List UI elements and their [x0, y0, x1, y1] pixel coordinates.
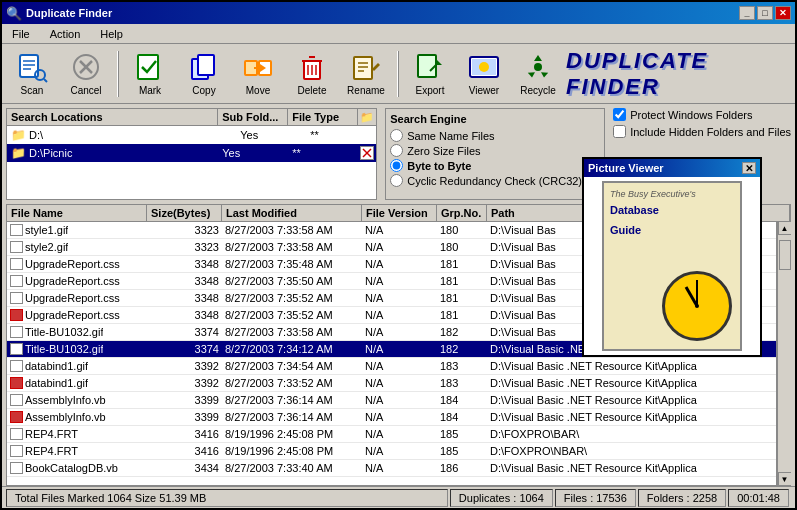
file-row[interactable]: BookCatalogDB.vb 3434 8/27/2003 7:33:40 … — [7, 460, 776, 477]
export-label: Export — [416, 85, 445, 96]
file-row[interactable]: AssemblyInfo.vb 3399 8/27/2003 7:36:14 A… — [7, 392, 776, 409]
radio-same-name[interactable]: Same Name Files — [390, 129, 600, 142]
file-cell-modified: 8/27/2003 7:36:14 AM — [222, 411, 362, 423]
file-cell-grp: 186 — [437, 462, 487, 474]
copy-button[interactable]: Copy — [178, 48, 230, 100]
toolbar-sep-1 — [117, 51, 119, 97]
radio-byte-to-byte[interactable]: Byte to Byte — [390, 159, 600, 172]
file-cell-grp: 184 — [437, 411, 487, 423]
include-hidden-checkbox[interactable] — [613, 125, 626, 138]
locations-list: 📁 D:\ Yes ** 📁 D:\Picnic Yes ** — [6, 126, 377, 200]
file-cell-version: N/A — [362, 258, 437, 270]
export-button[interactable]: Export — [404, 48, 456, 100]
scan-label: Scan — [21, 85, 44, 96]
location-type-0: ** — [306, 128, 376, 142]
file-row[interactable]: REP4.FRT 3416 8/19/1996 2:45:08 PM N/A 1… — [7, 426, 776, 443]
book-eyebrow: The Busy Executive's — [610, 189, 734, 199]
col-header-name[interactable]: File Name — [7, 205, 147, 221]
scroll-track — [778, 235, 792, 472]
scrollbar[interactable]: ▲ ▼ — [777, 221, 791, 486]
file-icon — [10, 309, 23, 321]
svg-rect-9 — [138, 55, 158, 79]
file-cell-size: 3348 — [147, 292, 222, 304]
scroll-up-button[interactable]: ▲ — [778, 221, 792, 235]
file-row[interactable]: AssemblyInfo.vb 3399 8/27/2003 7:36:14 A… — [7, 409, 776, 426]
remove-location-button[interactable] — [360, 146, 374, 160]
viewer-label: Viewer — [469, 85, 499, 96]
cancel-button[interactable]: Cancel — [60, 48, 112, 100]
move-button[interactable]: Move — [232, 48, 284, 100]
svg-point-33 — [479, 62, 489, 72]
picture-viewer-popup: Picture Viewer ✕ The Busy Executive's Da… — [582, 157, 762, 357]
file-cell-name: UpgradeReport.css — [7, 258, 147, 270]
radio-same-name-input[interactable] — [390, 129, 403, 142]
app-title-text: DUPLICATE FINDER — [566, 48, 791, 100]
location-sub-0: Yes — [236, 128, 306, 142]
file-cell-grp: 185 — [437, 428, 487, 440]
location-row-1[interactable]: 📁 D:\Picnic Yes ** — [7, 144, 376, 162]
delete-button[interactable]: Delete — [286, 48, 338, 100]
location-type-1: ** — [288, 146, 358, 160]
file-cell-name: REP4.FRT — [7, 445, 147, 457]
protect-windows-checkbox[interactable] — [613, 108, 626, 121]
maximize-button[interactable]: □ — [757, 6, 773, 20]
file-cell-version: N/A — [362, 326, 437, 338]
scroll-down-button[interactable]: ▼ — [778, 472, 792, 486]
file-cell-name: UpgradeReport.css — [7, 309, 147, 321]
recycle-button[interactable]: Recycle — [512, 48, 564, 100]
file-cell-path: D:\Visual Basic .NET Resource Kit\Applic… — [487, 411, 776, 423]
scroll-thumb[interactable] — [779, 240, 791, 270]
menu-action[interactable]: Action — [44, 27, 87, 41]
copy-icon — [188, 51, 220, 83]
col-header-size[interactable]: Size(Bytes) — [147, 205, 222, 221]
file-cell-grp: 182 — [437, 326, 487, 338]
radio-byte-to-byte-input[interactable] — [390, 159, 403, 172]
file-row[interactable]: databind1.gif 3392 8/27/2003 7:34:54 AM … — [7, 358, 776, 375]
radio-zero-size[interactable]: Zero Size Files — [390, 144, 600, 157]
file-cell-grp: 181 — [437, 309, 487, 321]
file-cell-name: style1.gif — [7, 224, 147, 236]
file-row[interactable]: REP4.FRT 3416 8/19/1996 2:45:08 PM N/A 1… — [7, 443, 776, 460]
status-time: 00:01:48 — [728, 489, 789, 507]
close-button[interactable]: ✕ — [775, 6, 791, 20]
protect-windows-row[interactable]: Protect Windows Folders — [613, 108, 791, 121]
minimize-button[interactable]: _ — [739, 6, 755, 20]
svg-rect-22 — [354, 57, 372, 79]
mark-button[interactable]: Mark — [124, 48, 176, 100]
cancel-label: Cancel — [70, 85, 101, 96]
file-row[interactable]: databind1.gif 3392 8/27/2003 7:33:52 AM … — [7, 375, 776, 392]
file-cell-name: BookCatalogDB.vb — [7, 462, 147, 474]
rename-button[interactable]: Rename — [340, 48, 392, 100]
radio-crc32[interactable]: Cyclic Redundancy Check (CRC32) — [390, 174, 600, 187]
file-cell-size: 3416 — [147, 445, 222, 457]
file-cell-version: N/A — [362, 224, 437, 236]
menu-file[interactable]: File — [6, 27, 36, 41]
status-duplicates: Duplicates : 1064 — [450, 489, 553, 507]
location-sub-1: Yes — [218, 146, 288, 160]
popup-close-button[interactable]: ✕ — [742, 162, 756, 174]
folder-icon-1: 📁 — [11, 146, 26, 160]
file-cell-size: 3416 — [147, 428, 222, 440]
location-row-0[interactable]: 📁 D:\ Yes ** — [7, 126, 376, 144]
file-cell-modified: 8/19/1996 2:45:08 PM — [222, 428, 362, 440]
col-header-version[interactable]: File Version — [362, 205, 437, 221]
title-bar-left: 🔍 Duplicate Finder — [6, 6, 112, 21]
radio-crc32-input[interactable] — [390, 174, 403, 187]
app-title-area: DUPLICATE FINDER — [566, 48, 791, 100]
scan-button[interactable]: Scan — [6, 48, 58, 100]
include-hidden-label: Include Hidden Folders and Files — [630, 126, 791, 138]
file-cell-version: N/A — [362, 394, 437, 406]
add-location-button[interactable]: 📁 — [358, 109, 376, 125]
file-cell-size: 3348 — [147, 275, 222, 287]
menu-help[interactable]: Help — [94, 27, 129, 41]
search-engine-title: Search Engine — [390, 113, 600, 125]
col-header-modified[interactable]: Last Modified — [222, 205, 362, 221]
viewer-button[interactable]: Viewer — [458, 48, 510, 100]
radio-zero-size-input[interactable] — [390, 144, 403, 157]
file-cell-name: Title-BU1032.gif — [7, 326, 147, 338]
location-path-0: 📁 D:\ — [7, 127, 236, 143]
popup-content: The Busy Executive's Database Guide — [584, 177, 760, 355]
file-cell-version: N/A — [362, 292, 437, 304]
include-hidden-row[interactable]: Include Hidden Folders and Files — [613, 125, 791, 138]
col-header-grp[interactable]: Grp.No. — [437, 205, 487, 221]
